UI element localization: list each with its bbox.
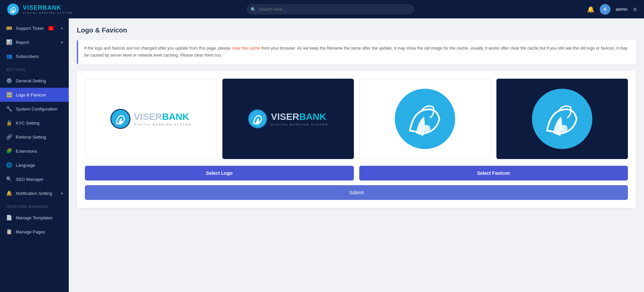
link-icon: 🔗	[6, 134, 12, 140]
sidebar-label-kyc: KYC Setting	[16, 121, 40, 126]
logo-subtitle: DIGITAL BANKING SYSTEM	[23, 11, 72, 14]
chevron-down-icon: ▾	[61, 26, 63, 30]
report-icon: 📊	[6, 39, 12, 45]
search-icon: 🔍	[6, 176, 12, 182]
admin-label: admin	[616, 7, 628, 12]
svg-point-8	[257, 121, 260, 124]
sidebar-label-pages: Manage Pages	[16, 229, 45, 234]
select-buttons-row: Select Logo Select Favicon	[85, 166, 628, 180]
sidebar-item-seo[interactable]: 🔍 SEO Manager	[0, 172, 69, 186]
sidebar-label-support: Support Ticket	[16, 26, 44, 31]
lock-icon: 🔒	[6, 120, 12, 126]
sidebar-item-system-config[interactable]: 🔧 System Configuration	[0, 102, 69, 116]
logo-preview-sub: DIGITAL BANKING SYSTEM	[134, 123, 192, 126]
sidebar-label-general: General Setting	[16, 78, 46, 83]
avatar: A	[600, 4, 610, 15]
search-input[interactable]	[247, 4, 414, 14]
sidebar-item-general-setting[interactable]: ⚙️ General Setting	[0, 74, 69, 88]
svg-point-5	[120, 121, 123, 124]
pages-icon: 📋	[6, 229, 12, 235]
logo-preview-b: BANK	[162, 112, 189, 122]
sidebar-item-referral[interactable]: 🔗 Referral Setting	[0, 130, 69, 144]
info-banner: If the logo and favicon are not changed …	[77, 40, 636, 64]
sidebar-item-manage-pages[interactable]: 📋 Manage Pages	[0, 225, 69, 239]
globe-icon: 🌐	[6, 162, 12, 168]
puzzle-icon: 🧩	[6, 148, 12, 154]
sidebar-label-subscribers: Subscribers	[16, 54, 39, 59]
page-title: Logo & Favicon	[77, 26, 636, 34]
settings-section-label: SETTINGS	[0, 63, 69, 74]
logo-dark-b: BANK	[299, 112, 326, 122]
chevron-down-icon: ▾	[61, 192, 63, 195]
logo-favicon-card: VISERBANK DIGITAL BANKING SYSTEM	[77, 71, 636, 208]
logo-preview-v: VISER	[134, 112, 162, 122]
favicon-circle-dark	[532, 89, 592, 149]
select-favicon-button[interactable]: Select Favicon	[359, 166, 628, 180]
topbar: VISERBANK DIGITAL BANKING SYSTEM 🔍 🔔 A a…	[0, 0, 644, 18]
logo-viser: VISER	[23, 4, 43, 11]
logo-dark-v: VISER	[271, 112, 299, 122]
svg-point-2	[13, 10, 15, 12]
logo-area: VISERBANK DIGITAL BANKING SYSTEM	[7, 3, 74, 16]
bell-icon[interactable]: 🔔	[587, 6, 594, 13]
wrench-icon: 🔧	[6, 106, 12, 112]
sidebar-label-report: Report	[16, 40, 29, 45]
sidebar-label-extensions: Extensions	[16, 149, 37, 154]
logo-dark-preview: VISERBANK DIGITAL BANKING SYSTEM	[222, 79, 354, 159]
sidebar-label-language: Language	[16, 163, 35, 168]
favicon-circle-light	[395, 89, 455, 149]
svg-point-10	[560, 125, 568, 132]
sidebar-label-referral: Referral Setting	[16, 135, 46, 140]
sidebar-item-language[interactable]: 🌐 Language	[0, 158, 69, 172]
sidebar-item-notification[interactable]: 🔔 Notification Setting ▾	[0, 186, 69, 200]
topbar-right: 🔔 A admin ⚙	[587, 4, 637, 15]
bell-icon: 🔔	[6, 190, 12, 196]
frontend-section-label: FRONTEND MANAGER	[0, 200, 69, 211]
info-text-before: If the logo and favicon are not changed …	[84, 46, 232, 51]
ticket-badge: 1	[48, 26, 54, 30]
sidebar-label-logo: Logo & Favicon	[16, 92, 46, 97]
sidebar-label-notification: Notification Setting	[16, 191, 52, 196]
gear-icon[interactable]: ⚙	[633, 7, 637, 12]
svg-point-9	[423, 125, 430, 132]
clear-cache-link[interactable]: clear the cache	[232, 46, 260, 51]
ticket-icon: 🎫	[6, 25, 12, 31]
sidebar-label-templates: Manage Templates	[16, 215, 53, 220]
sidebar-item-extensions[interactable]: 🧩 Extensions	[0, 144, 69, 158]
sidebar-item-logo-favicon[interactable]: 🖼️ Logo & Favicon	[0, 88, 69, 102]
main-content: Logo & Favicon If the logo and favicon a…	[69, 18, 644, 292]
sidebar-item-kyc[interactable]: 🔒 KYC Setting	[0, 116, 69, 130]
subscribers-icon: 👥	[6, 53, 12, 59]
select-logo-button[interactable]: Select Logo	[85, 166, 354, 180]
logo-light-preview: VISERBANK DIGITAL BANKING SYSTEM	[85, 79, 217, 159]
image-icon: 🖼️	[6, 92, 12, 98]
submit-button[interactable]: Submit	[85, 185, 628, 200]
gear-icon: ⚙️	[6, 78, 12, 84]
sidebar-label-system: System Configuration	[16, 106, 57, 112]
favicon-light-preview	[359, 79, 491, 159]
sidebar: 🎫 Support Ticket 1 ▾ 📊 Report ▾ 👥 Subscr…	[0, 18, 69, 292]
favicon-dark-preview	[496, 79, 628, 159]
template-icon: 📄	[6, 215, 12, 221]
search-area: 🔍	[247, 4, 414, 14]
logo-bank: BANK	[43, 4, 61, 11]
previews-row: VISERBANK DIGITAL BANKING SYSTEM	[85, 79, 628, 159]
sidebar-item-manage-templates[interactable]: 📄 Manage Templates	[0, 211, 69, 225]
chevron-down-icon: ▾	[61, 41, 63, 44]
sidebar-label-seo: SEO Manager	[16, 177, 43, 182]
sidebar-item-report[interactable]: 📊 Report ▾	[0, 35, 69, 49]
main-layout: 🎫 Support Ticket 1 ▾ 📊 Report ▾ 👥 Subscr…	[0, 18, 644, 292]
search-icon: 🔍	[251, 7, 256, 12]
sidebar-item-support-ticket[interactable]: 🎫 Support Ticket 1 ▾	[0, 21, 69, 35]
logo-dark-sub: DIGITAL BANKING SYSTEM	[271, 123, 329, 126]
sidebar-item-subscribers[interactable]: 👥 Subscribers	[0, 49, 69, 63]
